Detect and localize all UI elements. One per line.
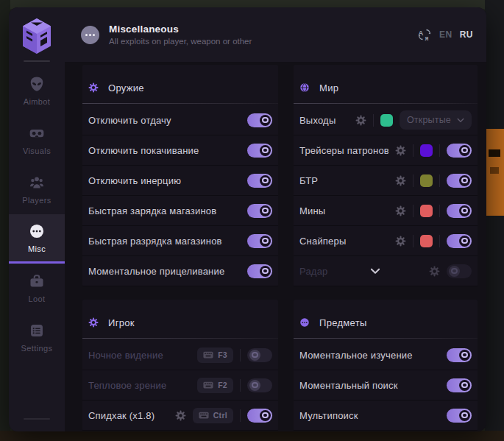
toggle-switch[interactable]: [447, 409, 472, 423]
game-background-orange-sign: [486, 129, 504, 216]
language-ru-button[interactable]: RU: [460, 29, 473, 40]
section-title: Оружие: [108, 82, 144, 94]
toggle-switch[interactable]: [247, 204, 272, 218]
divider: [240, 409, 241, 422]
sidebar-item-aimbot[interactable]: Aimbot: [9, 66, 65, 116]
toggle-row: Спидхак (x1.8) Ctrl: [82, 401, 278, 431]
toggle-row: Трейсеры патронов: [294, 135, 478, 166]
toggle-switch[interactable]: [447, 348, 472, 362]
sidebar-item-loot[interactable]: Loot: [9, 264, 65, 313]
hotkey-badge[interactable]: F3: [197, 347, 233, 363]
color-swatch[interactable]: [420, 174, 433, 187]
gear-icon: [88, 317, 99, 328]
sidebar-item-label: Loot: [28, 294, 45, 303]
toggle-row: Мультипоиск: [294, 401, 478, 431]
toggle-switch[interactable]: [247, 409, 272, 423]
sidebar-item-label: Settings: [21, 344, 53, 353]
toggle-switch[interactable]: [247, 348, 272, 362]
briefcase-icon: [29, 273, 45, 289]
hotkey-badge[interactable]: F2: [197, 378, 233, 393]
dropdown-value: Открытые: [407, 115, 451, 125]
divider: [439, 235, 440, 247]
toggle-knob: [260, 205, 271, 216]
sidebar-item-visuals[interactable]: Visuals: [9, 116, 65, 165]
globe-icon: [299, 82, 310, 93]
toggle-switch[interactable]: [447, 174, 472, 188]
alien-icon: [29, 76, 45, 92]
gear-icon: [88, 82, 99, 93]
gear-icon[interactable]: [395, 145, 406, 156]
keyboard-icon: [199, 412, 209, 419]
toggle-switch[interactable]: [247, 174, 272, 188]
toggle-knob: [459, 205, 470, 216]
option-label: Тепловое зрение: [88, 380, 191, 391]
toggle-switch[interactable]: [247, 264, 272, 278]
option-label: Отключить покачивание: [88, 145, 241, 156]
players-icon: [29, 174, 45, 191]
toggle-switch[interactable]: [447, 144, 472, 158]
toggle-row-disabled: Радар: [294, 256, 478, 286]
toggle-knob: [459, 410, 470, 421]
divider: [413, 144, 414, 157]
option-label: Моментальное прицеливание: [88, 266, 241, 277]
hotkey-badge[interactable]: Ctrl: [193, 408, 233, 423]
right-column: Мир Выходы Открытые Трейсер: [294, 65, 478, 431]
sidebar-item-settings[interactable]: Settings: [9, 313, 65, 362]
translate-icon: [417, 28, 432, 41]
option-label: Мультипоиск: [299, 410, 440, 421]
color-swatch[interactable]: [420, 144, 433, 157]
toggle-switch[interactable]: [247, 378, 272, 392]
dropdown-row: Выходы Открытые: [294, 105, 478, 135]
toggle-switch[interactable]: [247, 234, 272, 248]
gear-icon[interactable]: [395, 236, 406, 247]
toggle-switch[interactable]: [247, 144, 272, 158]
sidebar-item-players[interactable]: Players: [9, 165, 65, 214]
option-label: БТР: [299, 175, 388, 186]
dots-circle-icon: [299, 317, 310, 328]
sidebar-item-label: Visuals: [23, 147, 51, 155]
toggle-switch[interactable]: [447, 264, 472, 278]
toggle-knob: [260, 115, 271, 126]
language-switcher: EN RU: [417, 28, 473, 41]
chevron-down-icon[interactable]: [370, 268, 380, 275]
hotkey-label: F2: [218, 381, 227, 389]
color-swatch[interactable]: [420, 205, 433, 217]
toggle-knob: [260, 410, 271, 421]
color-swatch[interactable]: [420, 235, 433, 247]
toggle-knob: [459, 236, 470, 247]
toggle-row: Моментальное изучение: [294, 340, 478, 370]
option-label: Снайперы: [299, 236, 388, 247]
gear-icon[interactable]: [175, 410, 186, 421]
sidebar-item-label: Aimbot: [24, 97, 51, 106]
exits-dropdown[interactable]: Открытые: [400, 110, 472, 130]
gear-icon[interactable]: [429, 266, 440, 277]
section-divider: [82, 103, 278, 104]
color-swatch[interactable]: [380, 114, 393, 127]
toggle-switch[interactable]: [247, 113, 272, 127]
gear-icon[interactable]: [395, 175, 406, 186]
language-en-button[interactable]: EN: [439, 29, 452, 40]
gear-icon[interactable]: [355, 115, 366, 126]
ellipsis-circle-icon: [29, 223, 45, 239]
sidebar-item-misc[interactable]: Misc: [9, 214, 65, 264]
option-label: Быстрая разрядка магазинов: [88, 236, 241, 247]
section-title: Мир: [319, 82, 338, 94]
option-label: Радар: [299, 266, 328, 277]
toggle-row-disabled: Тепловое зрение F2: [82, 370, 278, 401]
header: Miscellaneous All exploits on player, we…: [65, 7, 486, 62]
toggle-switch[interactable]: [447, 204, 472, 218]
toggle-row: Быстрая зарядка магазинов: [82, 196, 278, 226]
gear-icon[interactable]: [395, 205, 406, 216]
cheat-menu-window: Aimbot Visuals Players Misc Loot Setting…: [9, 7, 486, 431]
vr-goggles-icon: [29, 125, 45, 141]
toggle-switch[interactable]: [447, 234, 472, 248]
toggle-knob: [260, 236, 271, 247]
list-box-icon: [29, 322, 45, 339]
toggle-knob: [260, 266, 271, 277]
option-label: Моментальный поиск: [299, 380, 440, 391]
toggle-switch[interactable]: [447, 378, 472, 392]
toggle-knob: [260, 145, 271, 156]
divider: [439, 205, 440, 217]
section-divider: [294, 338, 478, 339]
toggle-row: Моментальный поиск: [294, 370, 478, 401]
